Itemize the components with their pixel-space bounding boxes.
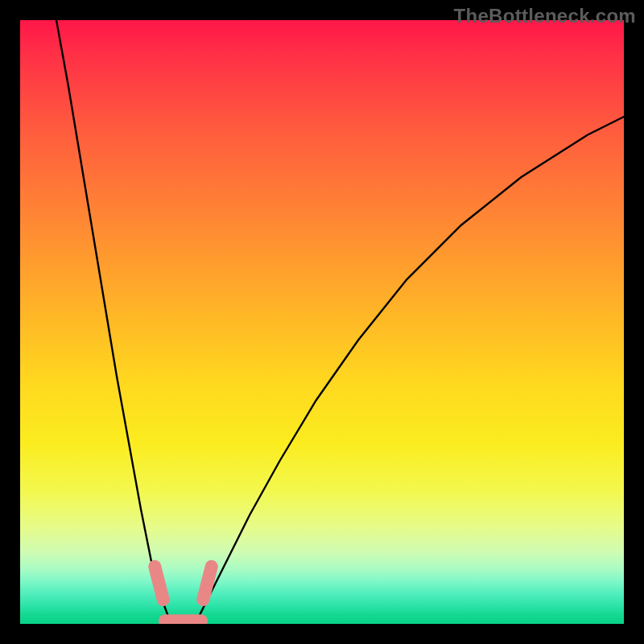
- chart-frame: TheBottleneck.com: [0, 0, 644, 644]
- curve-right-branch: [196, 117, 625, 624]
- plot-area: [20, 20, 624, 624]
- right-dip-marker: [203, 567, 212, 600]
- curve-layer: [20, 20, 624, 624]
- curve-left-branch: [56, 20, 171, 624]
- left-dip-marker: [155, 567, 163, 600]
- watermark-text: TheBottleneck.com: [454, 5, 636, 27]
